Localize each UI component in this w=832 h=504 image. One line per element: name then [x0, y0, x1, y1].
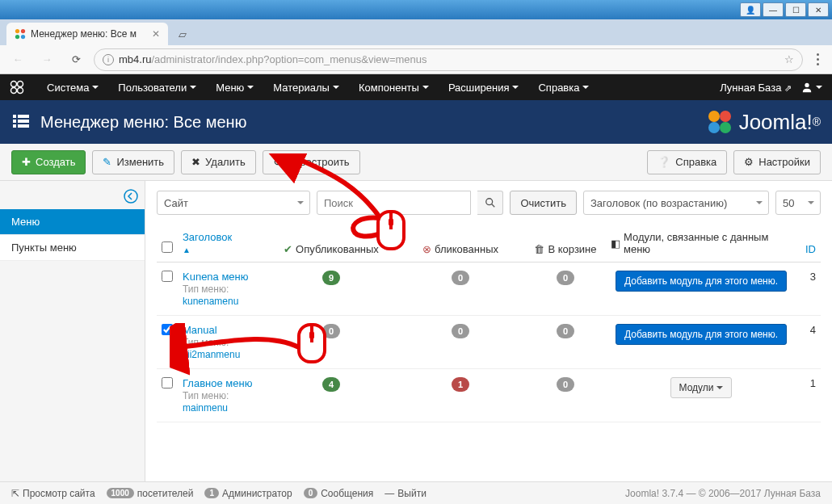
browser-tab[interactable]: Менеджер меню: Все м ✕ — [6, 23, 168, 45]
menu-type-link[interactable]: mainmenu — [183, 402, 228, 414]
preview-link[interactable]: ⇱ Просмотр сайта — [11, 488, 95, 499]
refresh-icon: ↻ — [273, 156, 282, 168]
menu-menus[interactable]: Меню — [206, 74, 263, 100]
svg-rect-11 — [13, 120, 16, 123]
menu-content[interactable]: Материалы — [263, 74, 349, 100]
reload-button[interactable]: ⟳ — [65, 48, 87, 71]
row-checkbox[interactable] — [162, 324, 173, 335]
sidebar-toggle-button[interactable] — [0, 186, 145, 209]
menu-title-link[interactable]: Главное меню — [183, 377, 252, 389]
delete-button[interactable]: ✖ Удалить — [181, 150, 256, 174]
admins-count-badge: 1 — [204, 488, 219, 498]
bookmark-star-icon[interactable]: ☆ — [784, 53, 794, 65]
messages-count-badge: 0 — [304, 488, 318, 498]
row-checkbox[interactable] — [162, 377, 173, 388]
visitors-count-badge: 1000 — [107, 488, 134, 498]
window-minimize-button[interactable]: — — [763, 2, 784, 17]
times-circle-icon: ⊗ — [422, 243, 431, 255]
modules-dropdown-button[interactable]: Модули — [670, 377, 733, 398]
svg-point-8 — [805, 83, 809, 87]
url-bar[interactable]: i mb4.ru/administrator/index.php?option=… — [94, 48, 803, 71]
trashed-badge[interactable]: 0 — [557, 271, 574, 285]
unpublished-badge[interactable]: 0 — [452, 324, 469, 338]
status-bar: ⇱ Просмотр сайта 1000 посетителей 1 Адми… — [0, 481, 832, 504]
menu-title-link[interactable]: Manual — [183, 324, 217, 336]
sort-asc-icon: ▲ — [183, 246, 191, 254]
svg-rect-14 — [18, 124, 29, 128]
user-icon — [801, 82, 813, 93]
window-titlebar: 👤 — ☐ ✕ — [0, 0, 832, 19]
options-button[interactable]: ⚙ Настройки — [733, 150, 821, 174]
visitors-link[interactable]: 1000 посетителей — [107, 488, 194, 499]
new-tab-button[interactable]: ▱ — [173, 26, 192, 42]
menu-extensions[interactable]: Расширения — [439, 74, 529, 100]
add-module-button[interactable]: Добавить модуль для этого меню. — [616, 271, 787, 292]
column-title[interactable]: Заголовок ▲ — [178, 225, 267, 262]
rebuild-button[interactable]: ↻ Перестроить — [263, 150, 360, 174]
nav-forward-button[interactable]: → — [36, 48, 58, 71]
caret-down-icon — [582, 86, 589, 89]
trashed-badge[interactable]: 0 — [557, 377, 574, 392]
published-badge[interactable]: 0 — [322, 324, 340, 338]
check-icon: ✔ — [284, 243, 292, 255]
trashed-badge[interactable]: 0 — [557, 324, 574, 338]
menu-users[interactable]: Пользователи — [108, 74, 206, 100]
svg-point-15 — [708, 111, 720, 122]
svg-point-3 — [21, 35, 25, 39]
select-all-checkbox[interactable] — [162, 242, 173, 253]
menu-components[interactable]: Компоненты — [349, 74, 439, 100]
logout-icon: — — [384, 488, 394, 499]
gear-icon: ⚙ — [744, 156, 754, 168]
menu-help[interactable]: Справка — [528, 74, 599, 100]
svg-line-21 — [491, 204, 494, 208]
sidebar-item-menus[interactable]: Меню — [0, 209, 145, 235]
search-input[interactable] — [317, 191, 471, 215]
unpublished-badge[interactable]: 1 — [452, 377, 469, 392]
published-badge[interactable]: 4 — [322, 377, 340, 392]
unpublished-badge[interactable]: 0 — [452, 271, 469, 285]
tab-close-icon[interactable]: ✕ — [152, 28, 160, 40]
messages-link[interactable]: 0 Сообщения — [304, 488, 374, 499]
svg-point-1 — [21, 29, 25, 33]
site-info-icon[interactable]: i — [103, 54, 114, 65]
admins-link[interactable]: 1 Администратор — [204, 488, 292, 499]
edit-button[interactable]: ✎ Изменить — [92, 150, 174, 174]
caret-down-icon — [190, 86, 196, 89]
published-badge[interactable]: 9 — [322, 271, 340, 285]
row-id: 3 — [796, 262, 821, 316]
sidebar-item-menu-items[interactable]: Пункты меню — [0, 235, 145, 261]
nav-back-button[interactable]: ← — [6, 48, 29, 71]
add-module-button[interactable]: Добавить модуль для этого меню. — [616, 324, 787, 345]
menu-type-link[interactable]: kunenamenu — [183, 296, 238, 307]
menu-title-link[interactable]: Kunena меню — [183, 271, 249, 283]
row-checkbox[interactable] — [162, 271, 173, 282]
logout-link[interactable]: — Выйти — [384, 488, 427, 499]
window-close-button[interactable]: ✕ — [808, 2, 829, 17]
menu-type-link[interactable]: yii2manmenu — [183, 349, 240, 360]
svg-point-7 — [18, 88, 23, 94]
menu-system[interactable]: Система — [37, 74, 108, 100]
create-button[interactable]: ✚ Создать — [11, 150, 86, 174]
browser-menu-button[interactable] — [809, 52, 826, 68]
caret-down-icon — [333, 86, 339, 89]
user-menu[interactable] — [801, 82, 822, 93]
admin-top-menu: Система Пользователи Меню Материалы Комп… — [0, 74, 832, 100]
menu-type-label: Тип меню: — [183, 337, 229, 348]
column-id[interactable]: ID — [796, 225, 821, 262]
site-name-link[interactable]: Лунная База ⇗ — [720, 82, 792, 94]
column-published: ✔ Опубликованных — [267, 225, 396, 262]
row-id: 4 — [796, 316, 821, 369]
action-toolbar: ✚ Создать ✎ Изменить ✖ Удалить ↻ Перестр… — [0, 144, 832, 181]
help-button[interactable]: ❔ Справка — [647, 150, 727, 174]
browser-tab-strip: Менеджер меню: Все м ✕ ▱ — [0, 19, 832, 45]
window-user-icon[interactable]: 👤 — [740, 2, 761, 17]
search-button[interactable] — [477, 191, 504, 215]
window-maximize-button[interactable]: ☐ — [785, 2, 806, 17]
table-row: Manual Тип меню: yii2manmenu 0 0 0 Добав… — [157, 316, 821, 369]
joomla-icon[interactable] — [10, 80, 24, 94]
caret-down-icon — [816, 86, 822, 89]
client-select[interactable]: Сайт — [157, 191, 310, 215]
limit-select[interactable]: 50 — [775, 191, 821, 215]
sort-select[interactable]: Заголовок (по возрастанию) — [583, 191, 769, 215]
clear-button[interactable]: Очистить — [510, 191, 577, 215]
